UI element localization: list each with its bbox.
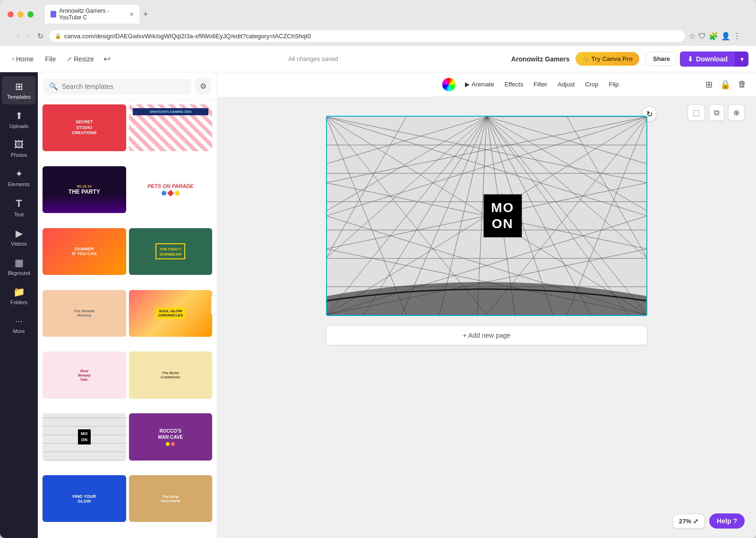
chevron-down-icon: ▾ [740,55,744,63]
sidebar-label-videos: Videos [11,241,26,247]
browser-window: Aronowitz Gamers - YouTube C ✕ + ‹ › ↻ 🔒… [0,0,756,538]
copy-button[interactable]: ⧉ [709,104,724,121]
file-menu-button[interactable]: File [40,52,60,66]
sidebar-item-text[interactable]: T Text [2,193,36,222]
traffic-light-minimize[interactable] [17,11,24,17]
adjust-button[interactable]: Adjust [553,78,579,90]
download-group: ⬇ Download ▾ [680,51,748,67]
menu-button[interactable]: ⋮ [733,32,741,41]
animate-button[interactable]: ▶ Animate [460,78,499,90]
filter-button[interactable]: ⚙ [195,78,211,94]
resize-label: Resize [74,55,94,63]
share-button[interactable]: Share [645,51,678,66]
sidebar-item-photos[interactable]: 🖼 Photos [2,135,36,162]
traffic-light-close[interactable] [8,11,14,17]
forward-button[interactable]: › [25,31,31,42]
template-card[interactable]: 09.18.14 THE PARTY [43,166,126,213]
secondary-toolbar: ▶ Animate Effects Filter Adjust Crop [435,72,756,97]
bookmark-button[interactable]: ☆ [689,32,696,41]
extensions-button[interactable]: 🧩 [709,32,718,41]
download-label: Download [696,55,728,63]
text-icon: T [16,197,22,210]
browser-tabs: Aronowitz Gamers - YouTube C ✕ + [45,5,148,24]
delete-button[interactable]: 🗑 [736,77,748,91]
template-card[interactable]: THE FANCYSCRIBBLER [129,228,213,275]
back-button[interactable]: ‹ [15,31,21,42]
profile-button[interactable]: 👤 [721,32,730,41]
lock-icon: 🔒 [55,33,61,39]
download-dropdown-button[interactable]: ▾ [735,51,748,67]
duplicate-page-button[interactable]: ⬚ [687,104,705,121]
toolbar-right-icons: ⊞ 🔒 🗑 [704,77,748,92]
template-card[interactable]: DAMMERIF YOU CAN [43,228,126,275]
sidebar-label-uploads: Uploads [9,123,28,129]
template-card[interactable]: ROCCO'SMAN CAVE [129,413,213,460]
template-card[interactable]: The BohoCraftaholic [129,351,213,398]
search-icon: 🔍 [49,82,58,91]
template-card[interactable]: The GirlyGourmand [129,475,213,522]
url-text: canva.com/design/DAEGwlxvWrk/ogWIQql2I3a… [64,33,679,40]
template-card[interactable]: The NewbieMommy [43,290,126,337]
expand-icon: ⤢ [693,518,698,525]
canva-pro-button[interactable]: 👑 Try Canva Pro [576,52,639,66]
crop-button[interactable]: Crop [580,78,603,90]
sidebar-item-elements[interactable]: ✦ Elements [2,163,36,192]
filter-label: Filter [533,81,547,88]
share-label: Share [653,55,670,62]
canvas-area: ⬚ ⧉ ⊕ ↻ [217,97,756,538]
grid-view-button[interactable]: ⊞ [704,77,714,92]
traffic-light-fullscreen[interactable] [27,11,34,17]
canvas-logo-text[interactable]: MO ON [483,194,522,237]
filter-button[interactable]: Filter [529,78,552,90]
undo-button[interactable]: ↩ [101,51,113,67]
canvas-floating-tools: ⬚ ⧉ ⊕ [687,104,745,121]
canvas-image: MO ON [327,117,646,315]
templates-icon: ⊞ [15,81,23,92]
elements-icon: ✦ [15,168,23,179]
sidebar-item-more[interactable]: ··· More [2,311,36,339]
help-button[interactable]: Help ? [709,513,745,529]
browser-controls: Aronowitz Gamers - YouTube C ✕ + [8,5,748,24]
template-card[interactable]: FIND YOURGLOW [43,475,126,522]
active-tab[interactable]: Aronowitz Gamers - YouTube C ✕ [45,5,139,24]
sidebar-label-more: More [13,328,25,334]
template-card[interactable]: GRAYSON'S GAMING DEN [129,104,213,151]
refresh-button[interactable]: ↻ [35,31,45,42]
template-card[interactable]: MOON [43,413,126,460]
address-bar[interactable]: 🔒 canva.com/design/DAEGwlxvWrk/ogWIQql2I… [49,30,685,42]
templates-grid: SECRETSTUDIOCREATIONS GRAYSON'S GAMING D… [38,101,217,538]
zoom-level: 27% [679,518,691,525]
add-element-button[interactable]: ⊕ [728,104,745,121]
sidebar-item-background[interactable]: ▦ Bkground [2,252,36,281]
browser-actions: ☆ 🛡 🧩 👤 ⋮ [689,32,741,41]
chevron-left-icon: ‹ [12,56,14,62]
resize-button[interactable]: ⤢ Resize [62,52,99,66]
sidebar-item-videos[interactable]: ▶ Videos [2,223,36,251]
templates-panel: 🔍 ⚙ SECRETSTUDIOCREATIONS [38,72,217,538]
search-input-wrap[interactable]: 🔍 [43,78,191,94]
shield-button[interactable]: 🛡 [698,32,706,41]
background-icon: ▦ [15,257,24,268]
tab-close-button[interactable]: ✕ [129,11,134,17]
flip-button[interactable]: Flip [604,78,623,90]
color-picker[interactable] [442,78,455,91]
template-card[interactable]: PETS ON PARADE [129,166,213,213]
new-tab-button[interactable]: + [143,10,148,18]
search-input[interactable] [62,83,186,90]
collapse-panel-button[interactable]: ‹ [211,296,217,315]
sidebar-item-uploads[interactable]: ⬆ Uploads [2,105,36,134]
download-button[interactable]: ⬇ Download [680,51,735,67]
add-page-button[interactable]: + Add new page [326,325,647,345]
template-card[interactable]: RealBeautyTalk. [43,351,126,398]
effects-button[interactable]: Effects [500,78,528,90]
help-label: Help [717,517,731,525]
lock-button[interactable]: 🔒 [718,77,732,92]
template-card[interactable]: SOUL GLOWCHRONICLES [129,290,213,337]
sidebar-item-folders[interactable]: 📁 Folders [2,282,36,310]
template-card[interactable]: SECRETSTUDIOCREATIONS [43,104,126,151]
sidebar-item-templates[interactable]: ⊞ Templates [2,76,36,104]
home-button[interactable]: ‹ Home [8,52,38,66]
sidebar-label-background: Bkground [8,270,30,276]
bottom-bar: 27% ⤢ Help ? [673,513,745,529]
zoom-indicator[interactable]: 27% ⤢ [673,514,704,529]
